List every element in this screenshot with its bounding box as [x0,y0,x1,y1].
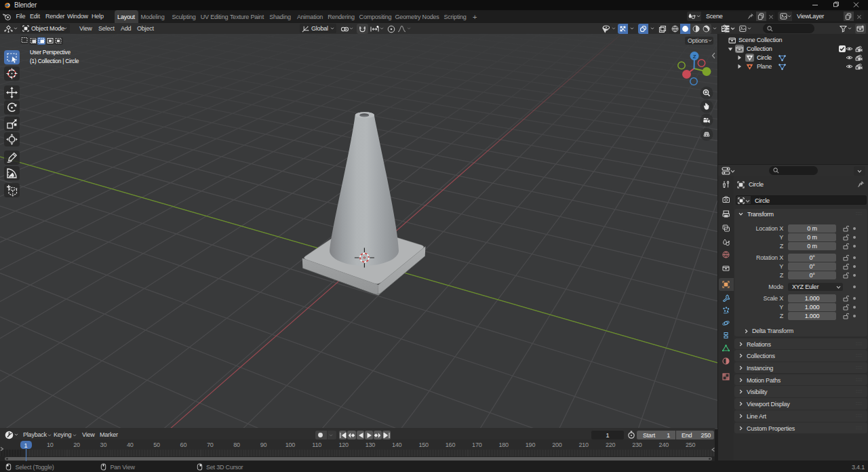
svg-text:Z: Z [693,54,696,60]
